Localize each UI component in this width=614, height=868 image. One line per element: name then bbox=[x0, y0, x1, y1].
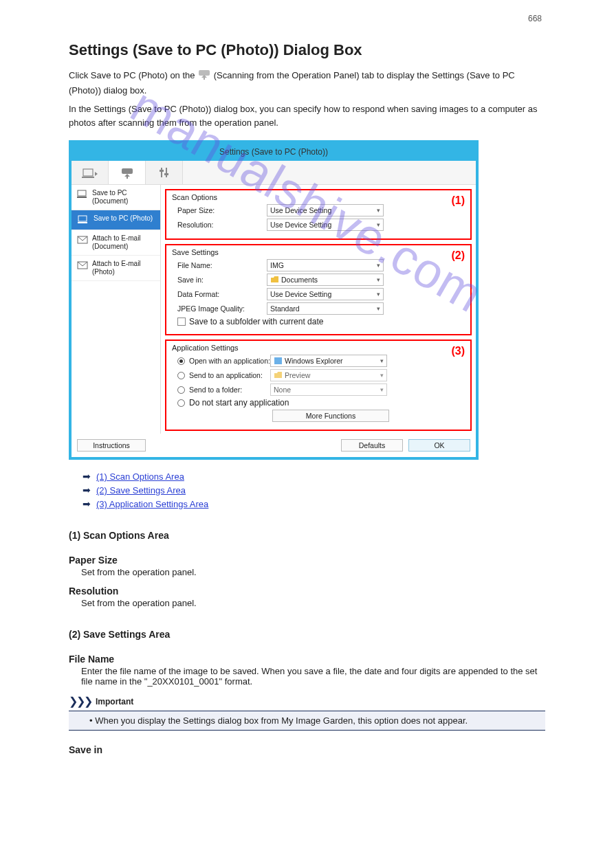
send-to-folder-select[interactable]: None bbox=[270, 383, 387, 396]
svg-rect-4 bbox=[161, 168, 162, 177]
sidebar-item-label: Save to PC (Document) bbox=[92, 189, 155, 205]
section-heading-save-settings: (2) Save Settings Area bbox=[69, 629, 545, 640]
intro-paragraph-2: In the Settings (Save to PC (Photo)) dia… bbox=[69, 102, 545, 129]
folder-icon bbox=[270, 276, 278, 284]
tab-scanfrom-device[interactable] bbox=[109, 161, 146, 184]
svg-rect-9 bbox=[77, 197, 87, 198]
field-paper-size-desc: Set from the operation panel. bbox=[81, 567, 545, 577]
jpeg-quality-select[interactable]: Standard bbox=[267, 302, 384, 315]
svg-rect-6 bbox=[160, 170, 164, 172]
link-application-settings[interactable]: (3) Application Settings Area bbox=[96, 499, 208, 509]
send-to-app-label: Send to an application: bbox=[189, 371, 270, 379]
settings-dialog: Settings (Save to PC (Photo)) Save to PC… bbox=[69, 140, 479, 460]
open-with-app-label: Open with an application: bbox=[189, 357, 270, 365]
explorer-icon bbox=[274, 357, 282, 365]
pc-icon bbox=[77, 189, 88, 200]
svg-rect-11 bbox=[78, 222, 87, 223]
badge-3: (3) bbox=[451, 345, 465, 357]
sidebar-item-attach-email-document[interactable]: Attach to E-mail (Document) bbox=[72, 230, 160, 256]
jpeg-quality-label: JPEG Image Quality: bbox=[177, 304, 267, 313]
important-chevrons-icon: ❯❯❯ bbox=[69, 695, 91, 708]
field-file-name-desc: Enter the file name of the image to be s… bbox=[81, 666, 545, 687]
link-scan-options[interactable]: (1) Scan Options Area bbox=[96, 471, 184, 482]
send-to-folder-label: Send to a folder: bbox=[189, 386, 270, 394]
resolution-select[interactable]: Use Device Setting bbox=[267, 219, 384, 231]
data-format-select[interactable]: Use Device Setting bbox=[267, 288, 384, 300]
section-heading-scan-options: (1) Scan Options Area bbox=[69, 530, 545, 541]
arrow-icon: ➡ bbox=[83, 485, 91, 496]
field-resolution-desc: Set from the operation panel. bbox=[81, 598, 545, 608]
section-title: Application Settings bbox=[172, 344, 465, 352]
pc-icon bbox=[77, 214, 89, 225]
dialog-titlebar: Settings (Save to PC (Photo)) bbox=[72, 143, 476, 161]
file-name-label: File Name: bbox=[177, 261, 267, 269]
resolution-label: Resolution: bbox=[177, 221, 267, 229]
page-number: 668 bbox=[528, 14, 542, 23]
section-title: Scan Options bbox=[172, 193, 465, 201]
intro-paragraph: Click Save to PC (Photo) on the (Scannin… bbox=[69, 69, 545, 97]
svg-rect-2 bbox=[82, 177, 94, 178]
badge-1: (1) bbox=[451, 194, 465, 207]
do-not-start-label: Do not start any application bbox=[189, 398, 289, 408]
svg-rect-10 bbox=[78, 216, 87, 221]
instructions-button[interactable]: Instructions bbox=[77, 439, 146, 452]
mail-icon bbox=[77, 234, 88, 245]
arrow-icon: ➡ bbox=[83, 471, 91, 482]
section-title: Save Settings bbox=[172, 248, 465, 256]
sidebar-item-label: Attach to E-mail (Document) bbox=[92, 234, 155, 251]
tab-scanfrom-pc[interactable] bbox=[72, 161, 109, 184]
open-with-app-select[interactable]: Windows Explorer bbox=[270, 355, 387, 367]
field-resolution: Resolution bbox=[69, 586, 545, 597]
more-functions-button[interactable]: More Functions bbox=[272, 410, 389, 422]
save-in-label: Save in: bbox=[177, 276, 267, 284]
paper-size-label: Paper Size: bbox=[177, 206, 267, 214]
file-name-select[interactable]: IMG bbox=[267, 259, 384, 271]
svg-rect-5 bbox=[166, 168, 167, 177]
sidebar-item-label: Attach to E-mail (Photo) bbox=[92, 260, 155, 276]
svg-rect-1 bbox=[83, 169, 93, 176]
ok-button[interactable]: OK bbox=[408, 439, 470, 452]
paper-size-select[interactable]: Use Device Setting bbox=[267, 204, 384, 216]
svg-rect-7 bbox=[164, 173, 168, 175]
svg-rect-14 bbox=[274, 357, 282, 364]
send-to-app-radio[interactable] bbox=[177, 372, 185, 379]
open-with-app-radio[interactable] bbox=[177, 357, 185, 365]
mail-icon bbox=[77, 260, 88, 271]
sidebar-item-save-pc-document[interactable]: Save to PC (Document) bbox=[72, 185, 160, 210]
save-in-select[interactable]: Documents bbox=[267, 274, 384, 286]
field-file-name: File Name bbox=[69, 654, 545, 665]
section-application-settings: (3) Application Settings Open with an ap… bbox=[165, 340, 472, 431]
page-title: Settings (Save to PC (Photo)) Dialog Box bbox=[69, 41, 545, 59]
link-save-settings[interactable]: (2) Save Settings Area bbox=[96, 485, 186, 496]
do-not-start-radio[interactable] bbox=[177, 399, 185, 407]
important-bullet: • When you display the Settings dialog b… bbox=[89, 715, 540, 726]
subfolder-label: Save to a subfolder with current date bbox=[189, 317, 323, 326]
tab-tools[interactable] bbox=[146, 161, 183, 184]
svg-rect-8 bbox=[78, 190, 86, 196]
field-save-in: Save in bbox=[69, 744, 545, 755]
sidebar-item-save-pc-photo[interactable]: Save to PC (Photo) bbox=[72, 210, 160, 230]
svg-rect-0 bbox=[199, 70, 210, 76]
scanfrom-icon bbox=[197, 69, 211, 84]
defaults-button[interactable]: Defaults bbox=[341, 439, 403, 452]
svg-rect-3 bbox=[122, 168, 133, 174]
important-title: Important bbox=[96, 697, 133, 706]
section-save-settings: (2) Save Settings File Name: IMG Save in… bbox=[165, 244, 472, 335]
sidebar: Save to PC (Document) Save to PC (Photo)… bbox=[72, 185, 161, 434]
data-format-label: Data Format: bbox=[177, 290, 267, 298]
badge-2: (2) bbox=[451, 249, 465, 262]
field-paper-size: Paper Size bbox=[69, 555, 545, 566]
sidebar-item-label: Save to PC (Photo) bbox=[94, 214, 153, 225]
important-box: • When you display the Settings dialog b… bbox=[69, 711, 545, 731]
arrow-icon: ➡ bbox=[83, 498, 91, 509]
folder-icon bbox=[274, 371, 282, 379]
subfolder-checkbox[interactable] bbox=[177, 318, 186, 326]
sidebar-item-attach-email-photo[interactable]: Attach to E-mail (Photo) bbox=[72, 256, 160, 281]
section-scan-options: (1) Scan Options Paper Size: Use Device … bbox=[165, 189, 472, 240]
send-to-folder-radio[interactable] bbox=[177, 386, 185, 394]
send-to-app-select[interactable]: Preview bbox=[270, 369, 387, 381]
